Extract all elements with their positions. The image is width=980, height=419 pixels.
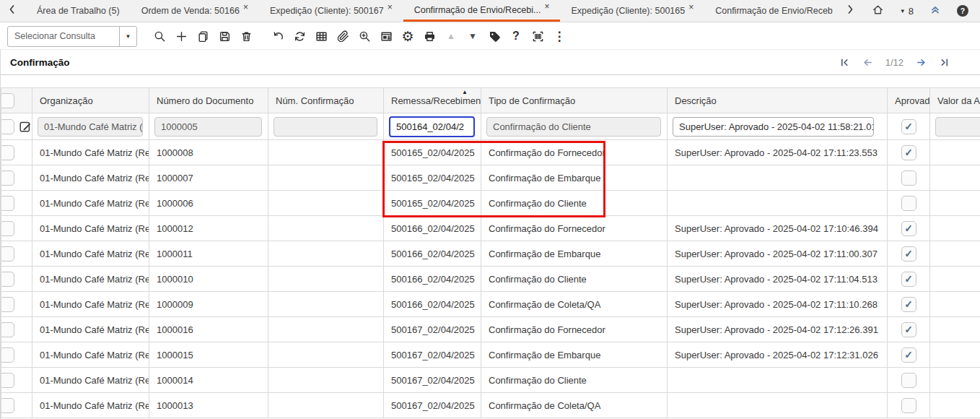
tab-close-icon[interactable]: × bbox=[243, 2, 248, 12]
column-header-1[interactable] bbox=[1, 88, 32, 113]
table-row[interactable]: 01-Mundo Café Matriz (Re...1000013500167… bbox=[1, 393, 980, 418]
grid-toggle-icon[interactable] bbox=[310, 25, 332, 47]
last-page-icon[interactable] bbox=[939, 57, 950, 68]
tab-close-icon[interactable]: × bbox=[688, 2, 694, 12]
barcode-icon[interactable] bbox=[527, 25, 548, 47]
process-icon[interactable]: ⚙ bbox=[397, 25, 419, 47]
approved-checkbox[interactable] bbox=[901, 119, 916, 134]
approved-checkbox[interactable] bbox=[901, 145, 916, 160]
tab-5[interactable]: Expedição (Cliente): 500165× bbox=[560, 0, 704, 22]
global-help-icon[interactable]: ? bbox=[957, 5, 968, 17]
report-icon[interactable] bbox=[375, 25, 397, 47]
table-row[interactable]: 01-Mundo Café Matriz (Re...1000011500166… bbox=[1, 241, 980, 267]
tab-close-icon[interactable]: × bbox=[388, 2, 393, 12]
row-select-checkbox[interactable] bbox=[1, 170, 15, 186]
table-row[interactable]: 01-Mundo Café Matriz (Re...1000007500165… bbox=[1, 165, 980, 191]
open-windows-dropdown[interactable]: ▼ 8 bbox=[900, 6, 914, 17]
approved-checkbox[interactable] bbox=[901, 272, 916, 287]
column-header-3[interactable]: Número do Documento bbox=[149, 88, 268, 113]
more-icon[interactable]: ⋮ bbox=[548, 25, 570, 47]
table-row[interactable]: 01-Mundo Café Matriz (Re...1000015500167… bbox=[1, 342, 980, 368]
help-icon[interactable]: ? bbox=[505, 25, 527, 47]
approved-checkbox[interactable] bbox=[901, 196, 916, 211]
confirmation-number-field[interactable] bbox=[274, 117, 377, 137]
table-row[interactable]: 01-Mundo Café Matriz (Re...1000012500166… bbox=[1, 216, 980, 241]
row-select-checkbox[interactable] bbox=[1, 119, 15, 134]
description-field[interactable]: SuperUser: Aprovado - 2025-04-02 11:58:2… bbox=[673, 117, 874, 137]
undo-icon[interactable] bbox=[267, 25, 289, 47]
column-header-7[interactable]: Descrição bbox=[668, 88, 888, 113]
shipment-receipt-field[interactable]: 500164_02/04/2 bbox=[389, 116, 475, 137]
save-icon[interactable] bbox=[214, 25, 235, 47]
cell-select bbox=[1, 165, 32, 191]
table-row[interactable]: 01-Mundo Café Matriz (Re...1000016500167… bbox=[1, 317, 980, 342]
organization-field[interactable]: 01-Mundo Café Matriz (Re bbox=[38, 117, 143, 137]
select-all-checkbox[interactable] bbox=[1, 93, 15, 108]
cell-valor bbox=[930, 267, 980, 292]
approved-checkbox[interactable] bbox=[901, 246, 916, 262]
approved-checkbox[interactable] bbox=[901, 221, 916, 236]
find-icon[interactable] bbox=[149, 25, 170, 47]
attachment-icon[interactable] bbox=[332, 25, 354, 47]
cell-remessa-recebimento: 500166_02/04/2025 bbox=[384, 292, 481, 317]
approved-checkbox[interactable] bbox=[901, 170, 916, 186]
label-icon[interactable] bbox=[484, 25, 505, 47]
row-select-checkbox[interactable] bbox=[1, 246, 15, 262]
table-row-edit[interactable]: 01-Mundo Café Matriz (Re 1000005 500164_… bbox=[1, 113, 980, 140]
tabs-scroll-left-button[interactable] bbox=[0, 0, 25, 22]
row-select-checkbox[interactable] bbox=[1, 398, 15, 413]
column-header-2[interactable]: Organização bbox=[32, 88, 149, 113]
next-page-icon[interactable] bbox=[916, 57, 927, 68]
parent-record-icon[interactable]: ▲ bbox=[440, 25, 462, 47]
document-number-field[interactable]: 1000005 bbox=[154, 117, 262, 137]
first-page-icon[interactable] bbox=[839, 57, 850, 68]
table-row[interactable]: 01-Mundo Café Matriz (Re...1000008500165… bbox=[1, 140, 980, 165]
edit-record-icon[interactable] bbox=[19, 120, 32, 133]
approved-checkbox[interactable] bbox=[901, 347, 916, 363]
tab-4[interactable]: Confirmação de Envio/Recebi...× bbox=[403, 0, 561, 22]
detail-record-icon[interactable]: ▼ bbox=[462, 25, 484, 47]
table-row[interactable]: 01-Mundo Café Matriz (Re...1000006500165… bbox=[1, 191, 980, 216]
column-header-9[interactable]: Valor da Apr bbox=[930, 88, 980, 113]
row-select-checkbox[interactable] bbox=[1, 221, 15, 236]
tab-3[interactable]: Expedição (Cliente): 500167× bbox=[259, 0, 403, 22]
table-row[interactable]: 01-Mundo Café Matriz (Re...1000014500167… bbox=[1, 368, 980, 393]
refresh-icon[interactable] bbox=[289, 25, 310, 47]
approval-amount-field[interactable] bbox=[935, 117, 980, 137]
table-row[interactable]: 01-Mundo Café Matriz (Re...1000010500166… bbox=[1, 267, 980, 292]
column-header-6[interactable]: Tipo de Confirmação bbox=[481, 88, 668, 113]
row-select-checkbox[interactable] bbox=[1, 297, 15, 312]
tab-2[interactable]: Ordem de Venda: 50166× bbox=[131, 0, 259, 22]
table-row[interactable]: 01-Mundo Café Matriz (Re...1000009500166… bbox=[1, 292, 980, 317]
row-select-checkbox[interactable] bbox=[1, 373, 15, 388]
row-select-checkbox[interactable] bbox=[1, 272, 15, 287]
approved-checkbox[interactable] bbox=[901, 373, 916, 388]
approved-checkbox[interactable] bbox=[901, 398, 916, 413]
new-record-icon[interactable] bbox=[170, 25, 192, 47]
tab-close-icon[interactable]: × bbox=[544, 1, 549, 12]
delete-icon[interactable] bbox=[235, 25, 257, 47]
zoom-icon[interactable] bbox=[354, 25, 375, 47]
approved-checkbox[interactable] bbox=[901, 297, 916, 312]
column-header-5[interactable]: Remessa/Recebimento▲ bbox=[384, 88, 481, 113]
row-select-checkbox[interactable] bbox=[1, 196, 15, 211]
cell-aprovado bbox=[888, 241, 930, 267]
home-icon[interactable] bbox=[872, 4, 884, 19]
row-select-checkbox[interactable] bbox=[1, 145, 15, 160]
tab-6[interactable]: Confirmação de Envio/Recebi...× bbox=[704, 0, 833, 22]
confirmation-type-field[interactable]: Confirmação do Cliente bbox=[486, 117, 661, 137]
cell-organizacao: 01-Mundo Café Matriz (Re... bbox=[32, 292, 149, 317]
print-icon[interactable] bbox=[419, 25, 440, 47]
column-header-8[interactable]: Aprovado bbox=[888, 88, 930, 113]
copy-record-icon[interactable] bbox=[192, 25, 214, 47]
select-query-dropdown-button[interactable]: ▼ bbox=[119, 27, 136, 46]
tabs-scroll-right-button[interactable] bbox=[844, 4, 856, 18]
previous-page-icon[interactable] bbox=[862, 57, 873, 68]
approved-checkbox[interactable] bbox=[901, 322, 916, 337]
tab-1[interactable]: Área de Trabalho (5) bbox=[26, 0, 131, 22]
select-query-combobox[interactable]: Selecionar Consulta ▼ bbox=[7, 26, 137, 47]
collapse-all-icon[interactable] bbox=[929, 4, 941, 18]
row-select-checkbox[interactable] bbox=[1, 322, 15, 337]
row-select-checkbox[interactable] bbox=[1, 347, 15, 363]
column-header-4[interactable]: Núm. Confirmação bbox=[268, 88, 384, 113]
